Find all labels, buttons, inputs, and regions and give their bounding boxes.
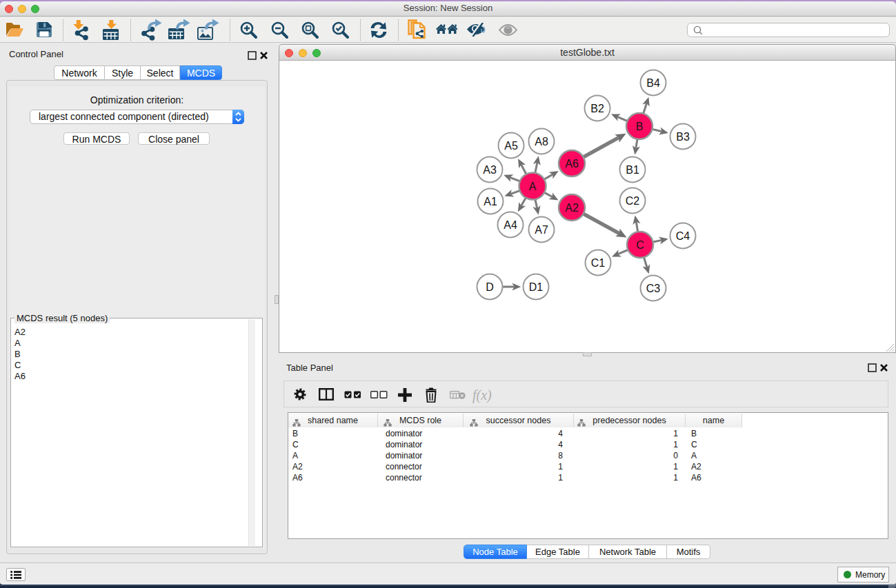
svg-text:D: D [486,281,494,293]
svg-text:C1: C1 [591,257,606,269]
svg-text:B3: B3 [676,131,690,143]
svg-text:A6: A6 [565,158,579,170]
svg-text:B4: B4 [646,77,660,89]
svg-text:C4: C4 [676,230,690,242]
svg-text:B: B [636,121,644,132]
svg-text:A3: A3 [483,164,497,176]
svg-text:C: C [636,239,644,251]
svg-text:A8: A8 [535,136,548,148]
svg-text:A4: A4 [504,219,517,231]
svg-text:C2: C2 [626,195,640,207]
svg-text:A: A [529,181,537,192]
svg-text:D1: D1 [529,281,544,293]
svg-text:A5: A5 [504,140,518,152]
svg-text:B1: B1 [626,164,639,176]
svg-text:B2: B2 [590,103,604,114]
svg-text:A7: A7 [535,224,548,236]
svg-text:C3: C3 [646,283,661,294]
svg-text:A1: A1 [484,196,497,207]
svg-text:A2: A2 [565,202,579,214]
